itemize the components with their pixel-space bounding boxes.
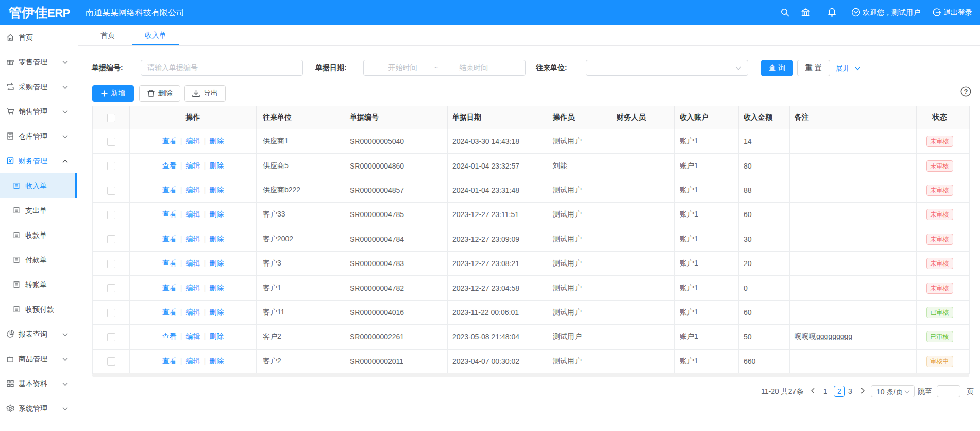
svg-text:?: ?: [964, 88, 968, 95]
